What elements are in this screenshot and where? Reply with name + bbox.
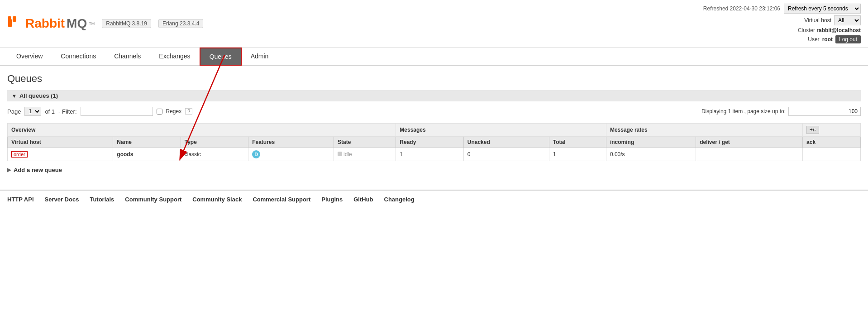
top-bar: RabbitMQTM RabbitMQ 3.8.19 Erlang 23.3.4… <box>0 0 868 48</box>
regex-label: Regex <box>166 108 182 115</box>
logo-tm-text: TM <box>89 21 95 26</box>
cell-type: classic <box>181 148 248 161</box>
cell-ready: 1 <box>396 148 463 161</box>
rabbit-icon <box>7 15 24 32</box>
th-features: Features <box>248 137 334 148</box>
plus-minus-cell: +/- <box>803 124 861 137</box>
regex-checkbox[interactable] <box>157 109 162 115</box>
displaying-label: Displaying 1 item , page size up to: <box>701 108 786 115</box>
refresh-row: Refreshed 2022-04-30 23:12:06 Refresh ev… <box>703 4 861 14</box>
page-label: Page <box>7 108 21 115</box>
regex-hint: ? <box>185 108 192 115</box>
page-select[interactable]: 1 <box>24 107 41 116</box>
refresh-select[interactable]: Refresh every 5 seconds Refresh every 10… <box>784 4 861 14</box>
vhost-link[interactable]: order <box>11 151 28 158</box>
th-name: Name <box>113 137 181 148</box>
logo-mq-text: MQ <box>67 16 87 31</box>
footer-link-github[interactable]: GitHub <box>353 196 373 203</box>
cell-state: idle <box>334 148 396 161</box>
overview-section-header: Overview <box>8 124 396 137</box>
of-label: of 1 <box>45 108 55 115</box>
section-arrow-icon: ▼ <box>12 93 17 99</box>
footer-link-community-support[interactable]: Community Support <box>125 196 181 203</box>
plus-minus-button[interactable]: +/- <box>806 126 819 134</box>
footer-link-commercial-support[interactable]: Commercial Support <box>253 196 310 203</box>
table-header-row: Virtual host Name Type Features State Re… <box>8 137 861 148</box>
erlang-badge: Erlang 23.3.4.4 <box>158 19 203 28</box>
logo-rabbit-text: Rabbit <box>25 16 65 31</box>
add-queue-label: Add a new queue <box>14 167 62 173</box>
table-row: order goods classic D idle 1 <box>8 148 861 161</box>
th-total: Total <box>549 137 606 148</box>
logo: RabbitMQTM <box>7 15 95 32</box>
logo-area: RabbitMQTM RabbitMQ 3.8.19 Erlang 23.3.4… <box>7 15 203 32</box>
all-queues-section-header[interactable]: ▼ All queues (1) <box>7 90 861 101</box>
version-badge: RabbitMQ 3.8.19 <box>102 19 151 28</box>
cell-deliver-get <box>696 148 803 161</box>
state-indicator: idle <box>338 151 352 158</box>
user-value: root <box>822 36 833 43</box>
cell-features: D <box>248 148 334 161</box>
cell-ack <box>803 148 861 161</box>
main-nav: Overview Connections Channels Exchanges … <box>0 48 868 66</box>
message-rates-section-header: Message rates <box>606 124 802 137</box>
nav-queues[interactable]: Queues <box>200 48 242 66</box>
page-title: Queues <box>7 73 861 85</box>
footer-link-changelog[interactable]: Changelog <box>384 196 415 203</box>
th-ready: Ready <box>396 137 463 148</box>
footer-link-plugins[interactable]: Plugins <box>321 196 343 203</box>
footer-link-http-api[interactable]: HTTP API <box>7 196 34 203</box>
filter-input[interactable] <box>81 107 153 116</box>
queue-name-link[interactable]: goods <box>117 151 133 158</box>
section-header-label: All queues (1) <box>19 92 58 99</box>
vhost-select[interactable]: All / order <box>834 15 861 25</box>
svg-rect-2 <box>8 16 11 20</box>
cell-total: 1 <box>549 148 606 161</box>
svg-rect-0 <box>8 19 12 27</box>
main-content: Queues ▼ All queues (1) Page 1 of 1 - Fi… <box>0 66 868 181</box>
cluster-value: rabbit@localhost <box>816 27 861 33</box>
queues-table: Overview Messages Message rates +/- Virt… <box>7 123 861 161</box>
vhost-label: Virtual host <box>804 17 831 24</box>
page-size-input[interactable] <box>788 107 861 116</box>
nav-exchanges[interactable]: Exchanges <box>150 48 199 65</box>
footer-link-server-docs[interactable]: Server Docs <box>45 196 79 203</box>
footer-link-community-slack[interactable]: Community Slack <box>192 196 242 203</box>
cluster-row: Cluster rabbit@localhost <box>798 27 861 33</box>
th-state: State <box>334 137 396 148</box>
nav-admin[interactable]: Admin <box>242 48 278 65</box>
cell-unacked: 0 <box>463 148 549 161</box>
th-ack: ack <box>803 137 861 148</box>
table-wrapper: Overview Messages Message rates +/- Virt… <box>7 123 861 161</box>
nav-connections[interactable]: Connections <box>52 48 105 65</box>
refresh-timestamp: Refreshed 2022-04-30 23:12:06 <box>703 5 780 12</box>
cell-name: goods <box>113 148 181 161</box>
feature-badge-d: D <box>252 150 260 158</box>
nav-channels[interactable]: Channels <box>105 48 150 65</box>
page-size-area: Displaying 1 item , page size up to: <box>701 107 861 116</box>
th-deliver-get: deliver / get <box>696 137 803 148</box>
add-queue-section[interactable]: ▶ Add a new queue <box>7 167 861 173</box>
nav-overview[interactable]: Overview <box>7 48 52 65</box>
footer-link-tutorials[interactable]: Tutorials <box>90 196 114 203</box>
cell-incoming: 0.00/s <box>606 148 696 161</box>
add-queue-arrow-icon: ▶ <box>7 167 11 173</box>
filter-label: - Filter: <box>58 108 76 115</box>
th-virtual-host: Virtual host <box>8 137 113 148</box>
logout-button[interactable]: Log out <box>835 35 861 43</box>
cell-virtual-host: order <box>8 148 113 161</box>
th-incoming: incoming <box>606 137 696 148</box>
user-label: User <box>808 36 819 43</box>
top-right: Refreshed 2022-04-30 23:12:06 Refresh ev… <box>703 4 861 43</box>
svg-rect-1 <box>13 16 16 22</box>
th-unacked: Unacked <box>463 137 549 148</box>
th-type: Type <box>181 137 248 148</box>
vhost-row: Virtual host All / order <box>804 15 861 25</box>
user-row: User root Log out <box>808 35 861 43</box>
cluster-label: Cluster <box>798 27 815 33</box>
footer: HTTP API Server Docs Tutorials Community… <box>0 190 868 208</box>
table-section-row: Overview Messages Message rates +/- <box>8 124 861 137</box>
messages-section-header: Messages <box>396 124 606 137</box>
pagination-row: Page 1 of 1 - Filter: Regex ? Displaying… <box>7 107 861 116</box>
